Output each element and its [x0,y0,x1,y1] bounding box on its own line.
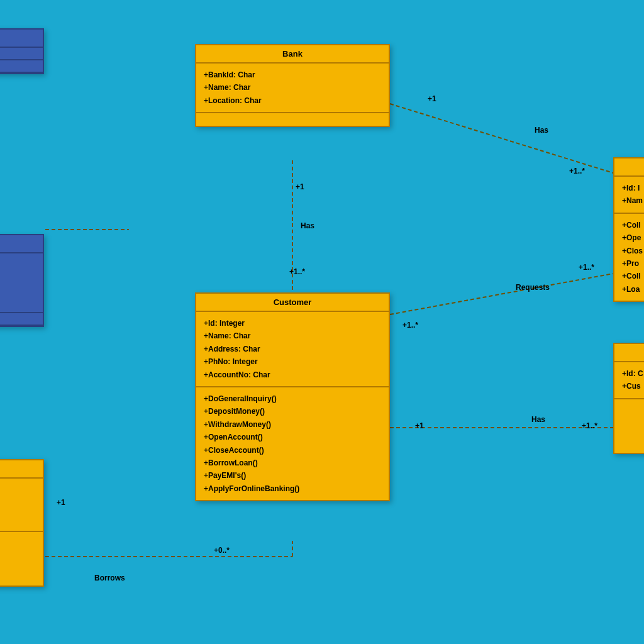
right-top-attributes: +Id: I +Nam [614,177,644,214]
mult-bor-2: +0..* [214,546,230,555]
right-bottom-attributes: +Id: C +Cus [614,362,644,399]
label-requests: Requests [516,283,550,292]
right-top-methods: +Coll +Ope +Clos +Pro +Coll +Loa [614,214,644,301]
label-borrows: Borrows [94,574,125,582]
svg-line-2 [390,274,613,314]
mult-bank-1: +1 [296,182,304,191]
customer-attributes: +Id: Integer +Name: Char +Address: Char … [196,312,389,387]
bottom-left-class [0,459,44,587]
mult-chr-2: +1..* [582,421,597,430]
svg-line-1 [390,104,613,173]
customer-class: Customer +Id: Integer +Name: Char +Addre… [195,292,390,501]
customer-title: Customer [196,294,389,312]
right-bottom-class: +Id: C +Cus [613,343,644,454]
label-has-2: Has [535,126,548,135]
mult-bhr-1: +1 [428,94,436,103]
bank-methods [196,113,389,126]
label-has-1: Has [301,221,314,230]
mult-req-2: +1..* [579,263,594,272]
label-has-3: Has [531,415,545,424]
blue-class-2 [0,234,44,327]
blue-class-1 [0,28,44,74]
mult-bhr-2: +1..* [569,167,585,175]
right-top-class: +Id: I +Nam +Coll +Ope +Clos +Pro +Coll … [613,157,644,302]
mult-bor-1: +1 [57,498,65,507]
bank-attributes: +BankId: Char +Name: Char +Location: Cha… [196,64,389,113]
mult-chr-1: +1 [415,421,424,430]
mult-bank-2: +1..* [289,267,305,276]
customer-methods: +DoGeneralInquiry() +DepositMoney() +Wit… [196,387,389,500]
bank-class: Bank +BankId: Char +Name: Char +Location… [195,44,390,127]
bank-title: Bank [196,45,389,64]
mult-req-1: +1..* [402,321,418,330]
